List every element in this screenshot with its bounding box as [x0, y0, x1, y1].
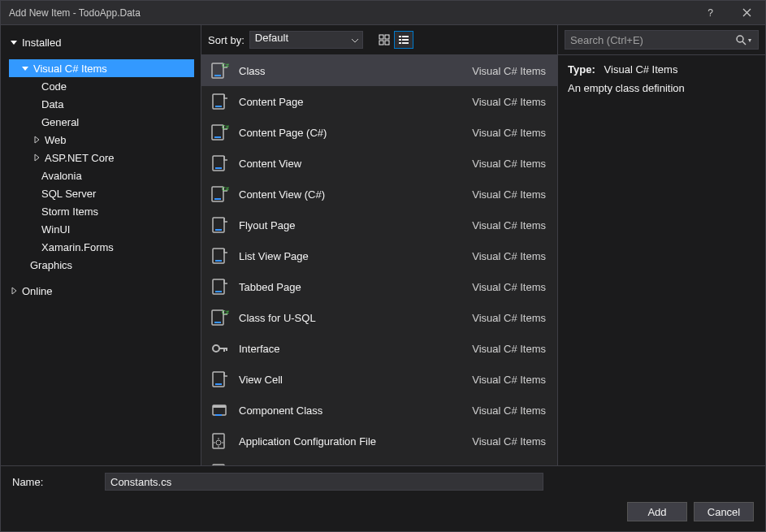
category-tree: Installed Visual C# Items Code Data Gene… — [1, 25, 201, 465]
template-name: Application Configuration File — [239, 435, 462, 448]
template-name: Flyout Page — [239, 219, 462, 231]
svg-rect-0 — [379, 35, 383, 39]
svg-rect-8 — [399, 42, 401, 44]
tree-label: Code — [41, 80, 67, 93]
tree-node-sqlserver[interactable]: SQL Server — [9, 184, 194, 202]
svg-rect-7 — [402, 39, 409, 41]
close-icon — [742, 8, 751, 17]
svg-rect-12 — [214, 75, 221, 76]
tree-label: Web — [45, 134, 67, 146]
template-name: Class for U-SQL — [239, 312, 462, 324]
tree-node-general[interactable]: General — [9, 113, 194, 131]
tree-node-online[interactable]: Online — [9, 282, 194, 300]
tree-label: WinUI — [41, 223, 70, 236]
tree-node-csharp-items[interactable]: Visual C# Items — [9, 59, 194, 77]
template-row[interactable]: Flyout PageVisual C# Items — [201, 210, 557, 240]
svg-rect-26 — [215, 260, 222, 262]
svg-rect-14 — [215, 106, 222, 107]
add-button[interactable]: Add — [627, 502, 687, 521]
view-list-button[interactable] — [394, 31, 413, 49]
chevron-right-icon — [9, 286, 19, 296]
sort-label: Sort by: — [208, 34, 245, 46]
template-category: Visual C# Items — [472, 96, 546, 108]
svg-point-39 — [216, 440, 221, 445]
template-panel: Sort by: Default C#ClassVisual C# ItemsC… — [201, 25, 558, 465]
tree-node-web[interactable]: Web — [9, 131, 194, 149]
window-title: Add New Item - TodoApp.Data — [9, 7, 141, 19]
svg-text:C#: C# — [222, 124, 229, 130]
tree-node-winui[interactable]: WinUI — [9, 220, 194, 238]
template-row[interactable]: InterfaceVisual C# Items — [201, 333, 557, 364]
svg-rect-17 — [214, 136, 221, 138]
search-icon[interactable]: ▾ — [734, 34, 753, 45]
svg-rect-36 — [213, 405, 226, 408]
search-input[interactable] — [570, 34, 734, 46]
tree-node-graphics[interactable]: Graphics — [9, 256, 194, 274]
help-button[interactable]: ? — [692, 1, 729, 25]
template-list[interactable]: C#ClassVisual C# ItemsContent PageVisual… — [201, 54, 557, 465]
close-button[interactable] — [729, 1, 765, 25]
tree-label: Installed — [22, 37, 61, 49]
tree-node-aspnetcore[interactable]: ASP.NET Core — [9, 149, 194, 167]
template-category: Visual C# Items — [472, 219, 546, 231]
template-row[interactable]: View CellVisual C# Items — [201, 364, 557, 395]
template-icon: C# — [210, 184, 229, 204]
svg-rect-31 — [214, 322, 221, 323]
cancel-button[interactable]: Cancel — [694, 502, 754, 521]
template-name: Class — [239, 65, 462, 77]
template-row[interactable]: Component ClassVisual C# Items — [201, 395, 557, 426]
tree-label: SQL Server — [41, 188, 96, 200]
template-row[interactable]: C#ClassVisual C# Items — [201, 55, 557, 86]
template-row[interactable]: Content PageVisual C# Items — [201, 86, 557, 117]
template-row[interactable]: C#Content Page (C#)Visual C# Items — [201, 117, 557, 148]
tree-label: Online — [22, 285, 53, 297]
template-row[interactable]: Tabbed PageVisual C# Items — [201, 271, 557, 302]
description-panel: Type: Visual C# Items An empty class def… — [558, 54, 765, 465]
sort-value: Default — [255, 32, 288, 44]
main-content: Installed Visual C# Items Code Data Gene… — [1, 25, 765, 465]
template-row[interactable]: C#Content View (C#)Visual C# Items — [201, 179, 557, 210]
template-icon — [210, 431, 229, 451]
tree-node-avalonia[interactable]: Avalonia — [9, 167, 194, 184]
template-category: Visual C# Items — [472, 250, 546, 262]
sort-dropdown[interactable]: Default — [249, 31, 363, 49]
template-name: Content View — [239, 158, 462, 170]
template-name: Content Page — [239, 96, 462, 108]
tree-node-code[interactable]: Code — [9, 77, 194, 95]
template-category: Visual C# Items — [472, 404, 546, 417]
template-icon — [210, 339, 229, 358]
view-large-icons-button[interactable] — [374, 31, 394, 49]
template-row[interactable]: Content ViewVisual C# Items — [201, 148, 557, 179]
desc-type-value: Visual C# Items — [604, 63, 678, 76]
template-category: Visual C# Items — [472, 281, 546, 293]
tree-node-data[interactable]: Data — [9, 95, 194, 113]
desc-type-label: Type: — [568, 63, 595, 76]
template-name: Interface — [239, 343, 462, 355]
name-input[interactable] — [105, 473, 543, 491]
svg-point-42 — [737, 36, 743, 42]
tree-node-storm[interactable]: Storm Items — [9, 202, 194, 220]
tree-node-installed[interactable]: Installed — [9, 33, 194, 51]
template-category: Visual C# Items — [472, 374, 546, 386]
template-icon — [210, 246, 229, 266]
template-category: Visual C# Items — [472, 127, 546, 139]
chevron-down-icon — [351, 35, 359, 47]
template-icon — [210, 400, 229, 420]
template-row[interactable]: Application Configuration FileVisual C# … — [201, 426, 557, 456]
template-row[interactable]: Application Manifest File (Windows ...Vi… — [201, 456, 557, 465]
tree-node-xamarin[interactable]: Xamarin.Forms — [9, 238, 194, 256]
svg-rect-22 — [214, 198, 221, 200]
template-row[interactable]: List View PageVisual C# Items — [201, 240, 557, 271]
tree-label: Xamarin.Forms — [41, 241, 114, 253]
template-icon — [210, 215, 229, 235]
template-icon — [210, 154, 229, 173]
svg-rect-24 — [215, 229, 222, 231]
list-icon — [398, 34, 409, 45]
tree-label: Avalonia — [41, 170, 82, 182]
svg-rect-37 — [215, 414, 222, 416]
svg-point-32 — [213, 345, 219, 352]
chevron-down-icon — [9, 37, 19, 47]
footer: Name: Add Cancel — [1, 465, 765, 531]
svg-rect-28 — [215, 291, 222, 292]
template-row[interactable]: C#Class for U-SQLVisual C# Items — [201, 302, 557, 333]
